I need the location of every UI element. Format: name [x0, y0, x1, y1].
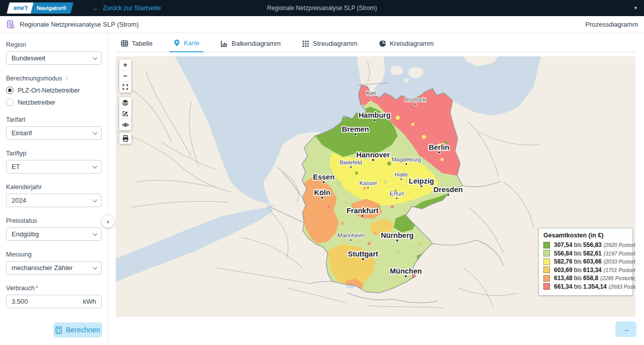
legend-item: 556,84bis582,61(3197 Postorte) [543, 250, 628, 257]
sidebar-collapse-button[interactable]: ‹ [102, 215, 114, 228]
legend-swatch [543, 283, 550, 290]
table-icon [121, 40, 128, 47]
chevron-down-icon [93, 130, 98, 135]
map-legend: Gesamtkosten (in €) 307,54bis556,83(2920… [538, 228, 633, 296]
print-button[interactable] [119, 133, 131, 144]
draw-button[interactable] [119, 108, 131, 119]
next-page-button[interactable]: → [615, 321, 636, 337]
city-marker-dot [373, 119, 376, 122]
tarifart-value: Eintarif [12, 129, 32, 137]
info-icon[interactable]: i [66, 75, 67, 81]
berechnen-label: Berechnen [66, 326, 100, 334]
pie-chart-icon [379, 40, 386, 47]
kalenderjahr-field: Kalenderjahr 2024 [6, 184, 102, 207]
messung-field: Messung mechanischer Zähler [6, 251, 102, 275]
berechnungsmodus-field: Berechnungsmodusi PLZ-Ort-Netzbetreiber … [6, 75, 102, 106]
legend-item: 582,76bis603,66(2033 Postorte) [543, 258, 628, 265]
preisstatus-select[interactable]: Endgültig [6, 227, 102, 241]
legend-title: Gesamtkosten (in €) [543, 232, 628, 239]
enet-navigator-logo[interactable]: ene't Navigator® [7, 3, 73, 14]
legend-item: 613,48bis658,8(2295 Postorte) [543, 275, 628, 282]
arrow-left-icon: ← [92, 4, 99, 12]
city-label: Bielefeld [340, 159, 362, 165]
map-canvas[interactable]: KielRostockHamburgBremenBerlinHannoverMa… [116, 56, 635, 317]
city-marker-dot [447, 194, 449, 196]
verbrauch-unit: kWh [83, 298, 96, 305]
region-select[interactable]: Bundesweit [6, 51, 102, 65]
verbrauch-input[interactable]: 3.500 kWh [6, 295, 102, 308]
edit-pencil-icon [122, 110, 129, 117]
back-link-label: Zurück zur Startseite [103, 5, 160, 12]
city-marker-dot [367, 187, 369, 189]
radio-netzbetreiber[interactable]: Netzbetreiber [6, 99, 102, 106]
city-label: Kiel [366, 90, 376, 96]
tab-kreisdiagramm[interactable]: Kreisdiagramm [375, 37, 438, 52]
city-label: Stuttgart [348, 250, 378, 258]
berechnungsmodus-label: Berechnungsmodusi [6, 75, 102, 82]
back-to-start-link[interactable]: ← Zurück zur Startseite [92, 4, 160, 12]
verbrauch-field: Verbrauch* 3.500 kWh [6, 285, 102, 308]
city-label: Kassel [359, 180, 377, 186]
city-label: Mannheim [338, 232, 365, 238]
chevron-down-icon[interactable]: ▼ [633, 6, 638, 11]
berechnen-button[interactable]: Berechnen [53, 322, 102, 337]
tab-streudiagramm[interactable]: Streudiagramm [298, 37, 362, 52]
process-diagram-link[interactable]: Prozessdiagramm [585, 21, 638, 28]
tab-tabelle[interactable]: Tabelle [117, 37, 156, 52]
tab-label: Kreisdiagramm [390, 40, 434, 47]
city-label: Frankfurt [347, 207, 379, 215]
app-title: Regionale Netzpreisanalyse SLP (Strom) [267, 5, 377, 12]
visibility-button[interactable] [119, 119, 131, 130]
city-label: Bremen [342, 125, 369, 133]
legend-swatch [543, 267, 550, 273]
radio-selected-icon [6, 87, 14, 94]
legend-swatch [543, 275, 550, 282]
page-title: Regionale Netzpreisanalyse SLP (Strom) [20, 21, 139, 28]
chevron-down-icon [93, 197, 98, 202]
kalenderjahr-value: 2024 [12, 197, 26, 204]
city-label: Leipzig [409, 177, 434, 185]
city-label: Hannover [356, 151, 390, 159]
region-value: Bundesweit [12, 54, 45, 62]
legend-swatch [543, 242, 550, 248]
logo-enet: ene't [7, 3, 33, 14]
city-marker-dot [395, 197, 397, 199]
tab-karte[interactable]: Karte [170, 37, 203, 52]
bar-chart-icon [220, 40, 228, 47]
city-label: Halle [394, 171, 408, 178]
preisstatus-field: Preisstatus Endgültig [6, 217, 102, 241]
layers-icon [122, 99, 129, 106]
tarifart-select[interactable]: Eintarif [6, 126, 102, 140]
chevron-down-icon [93, 231, 98, 236]
city-marker-dot [396, 239, 398, 242]
tariftyp-field: Tariftyp ET [6, 150, 102, 174]
city-label: Magdeburg [391, 156, 421, 162]
chevron-down-icon [93, 163, 98, 168]
legend-item: 603,69bis613,34(1701 Postorte) [543, 267, 628, 274]
fullscreen-icon [122, 83, 129, 91]
kalenderjahr-select[interactable]: 2024 [6, 194, 102, 207]
city-marker-dot [438, 151, 440, 154]
city-marker-dot [321, 197, 324, 199]
radio-plz-ort-netzbetreiber[interactable]: PLZ-Ort-Netzbetreiber [6, 87, 102, 94]
messung-select[interactable]: mechanischer Zähler [6, 261, 102, 275]
layers-button[interactable] [119, 97, 131, 108]
tab-label: Streudiagramm [313, 40, 358, 47]
city-label: Essen [313, 173, 335, 181]
fullscreen-button[interactable] [119, 81, 131, 93]
legend-swatch [543, 258, 550, 265]
city-marker-dot [350, 239, 352, 241]
legend-item: 661,34bis1.354,14(2683 Postorte) [543, 283, 628, 290]
zoom-out-button[interactable]: − [119, 70, 131, 81]
tab-balkendiagramm[interactable]: Balkendiagramm [216, 37, 285, 52]
main-panel: Tabelle Karte Balkendiagramm [109, 33, 644, 345]
logo-navigator: Navigator® [31, 3, 73, 14]
messung-label: Messung [6, 251, 102, 258]
tariftyp-select[interactable]: ET [6, 160, 102, 174]
city-label: Nürnberg [381, 231, 414, 239]
zoom-in-button[interactable]: + [119, 59, 131, 70]
city-marker-dot [420, 185, 423, 188]
city-marker-dot [361, 215, 364, 217]
calculator-icon [55, 326, 62, 334]
city-label: Dresden [434, 186, 463, 194]
